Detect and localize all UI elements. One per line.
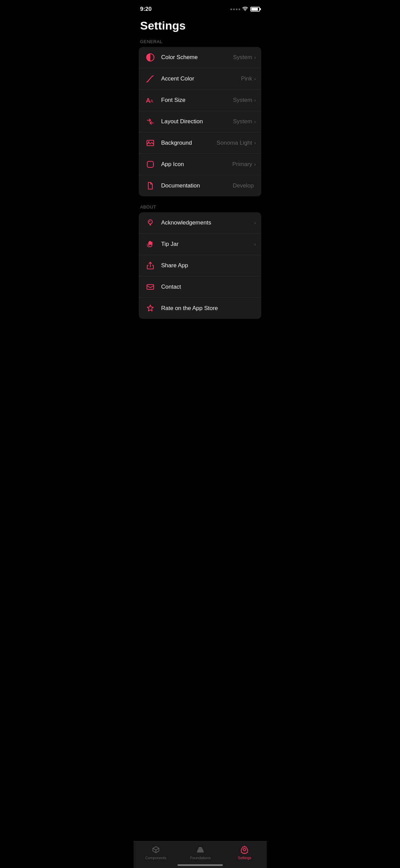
contact-icon bbox=[144, 281, 156, 293]
font-size-value: System bbox=[233, 97, 252, 104]
svg-text:A: A bbox=[150, 98, 153, 104]
acknowledgements-icon bbox=[144, 217, 156, 229]
accent-color-item[interactable]: Accent Color Pink › bbox=[139, 68, 261, 90]
font-size-item[interactable]: A A Font Size System › bbox=[139, 90, 261, 111]
svg-text:A: A bbox=[146, 97, 150, 104]
about-list-group: Acknowledgements › Tip Jar bbox=[139, 212, 261, 319]
page-title: Settings bbox=[133, 16, 267, 39]
signal-icon bbox=[230, 8, 240, 10]
battery-icon bbox=[250, 7, 260, 12]
status-time: 9:20 bbox=[140, 6, 152, 13]
general-section-label: GENERAL bbox=[133, 39, 267, 47]
acknowledgements-label: Acknowledgements bbox=[161, 219, 254, 226]
layout-direction-chevron: › bbox=[254, 119, 256, 124]
app-icon-chevron: › bbox=[254, 162, 256, 167]
share-app-icon bbox=[144, 259, 156, 272]
background-icon bbox=[144, 137, 156, 149]
tip-jar-icon bbox=[144, 238, 156, 250]
documentation-value: Develop bbox=[233, 182, 254, 189]
font-size-icon: A A bbox=[144, 94, 156, 106]
color-scheme-chevron: › bbox=[254, 55, 256, 60]
acknowledgements-item[interactable]: Acknowledgements › bbox=[139, 212, 261, 234]
background-label: Background bbox=[161, 140, 216, 146]
svg-rect-10 bbox=[147, 285, 154, 289]
general-section: GENERAL Color Scheme System › bbox=[133, 39, 267, 196]
font-size-label: Font Size bbox=[161, 97, 233, 104]
acknowledgements-chevron: › bbox=[254, 220, 256, 225]
layout-direction-item[interactable]: Layout Direction System › bbox=[139, 111, 261, 132]
rate-app-store-item[interactable]: Rate on the App Store bbox=[139, 298, 261, 319]
wifi-icon bbox=[242, 7, 248, 12]
app-icon-item[interactable]: App Icon Primary › bbox=[139, 154, 261, 175]
status-icons bbox=[230, 7, 260, 12]
accent-color-chevron: › bbox=[254, 76, 256, 82]
tip-jar-item[interactable]: Tip Jar › bbox=[139, 234, 261, 255]
color-scheme-value: System bbox=[233, 54, 252, 61]
rate-app-store-icon bbox=[144, 302, 156, 314]
accent-color-value: Pink bbox=[241, 75, 252, 82]
color-scheme-icon bbox=[144, 51, 156, 64]
about-section-label: ABOUT bbox=[133, 204, 267, 212]
about-section: ABOUT Acknowledgements › bbox=[133, 204, 267, 319]
accent-color-label: Accent Color bbox=[161, 75, 241, 82]
app-icon-icon bbox=[144, 158, 156, 170]
documentation-label: Documentation bbox=[161, 182, 233, 189]
svg-rect-8 bbox=[147, 161, 153, 167]
contact-label: Contact bbox=[161, 284, 256, 290]
share-app-item[interactable]: Share App bbox=[139, 255, 261, 276]
svg-line-2 bbox=[152, 76, 153, 76]
color-scheme-label: Color Scheme bbox=[161, 54, 233, 61]
tip-jar-chevron: › bbox=[254, 241, 256, 247]
app-icon-value: Primary bbox=[232, 161, 252, 168]
color-scheme-item[interactable]: Color Scheme System › bbox=[139, 47, 261, 68]
app-icon-label: App Icon bbox=[161, 161, 232, 168]
accent-color-icon bbox=[144, 73, 156, 85]
contact-item[interactable]: Contact bbox=[139, 276, 261, 298]
documentation-icon bbox=[144, 180, 156, 192]
background-chevron: › bbox=[254, 140, 256, 146]
rate-app-store-label: Rate on the App Store bbox=[161, 305, 256, 312]
documentation-item[interactable]: Documentation Develop bbox=[139, 175, 261, 196]
general-list-group: Color Scheme System › Accent Color Pink … bbox=[139, 47, 261, 196]
background-item[interactable]: Background Sonoma Light › bbox=[139, 132, 261, 154]
background-value: Sonoma Light bbox=[216, 140, 252, 146]
tip-jar-label: Tip Jar bbox=[161, 241, 254, 248]
layout-direction-label: Layout Direction bbox=[161, 118, 233, 125]
svg-point-7 bbox=[148, 141, 150, 143]
share-app-label: Share App bbox=[161, 262, 256, 269]
layout-direction-icon bbox=[144, 115, 156, 128]
status-bar: 9:20 bbox=[133, 0, 267, 16]
layout-direction-value: System bbox=[233, 118, 252, 125]
font-size-chevron: › bbox=[254, 97, 256, 103]
svg-line-1 bbox=[148, 76, 152, 82]
